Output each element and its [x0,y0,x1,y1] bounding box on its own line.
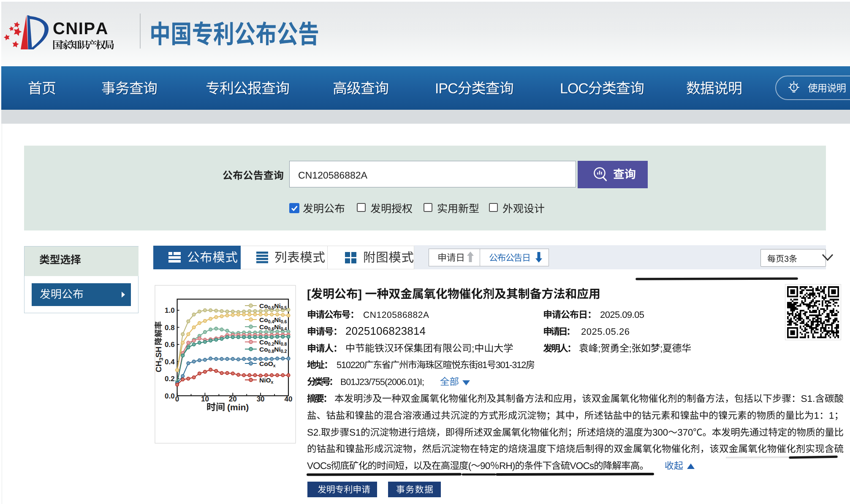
svg-text:10: 10 [201,395,209,403]
svg-text:0.2: 0.2 [165,375,175,383]
svg-text:0.4: 0.4 [165,358,175,366]
svg-text:0: 0 [175,395,179,403]
svg-text:1.0: 1.0 [165,306,175,314]
svg-text:0.0: 0.0 [165,392,175,400]
svg-text:40: 40 [285,395,293,403]
svg-text:0.6: 0.6 [165,341,175,349]
svg-text:30: 30 [257,395,265,403]
svg-text:(min): (min) [227,402,249,412]
svg-text:0.8: 0.8 [165,324,175,332]
